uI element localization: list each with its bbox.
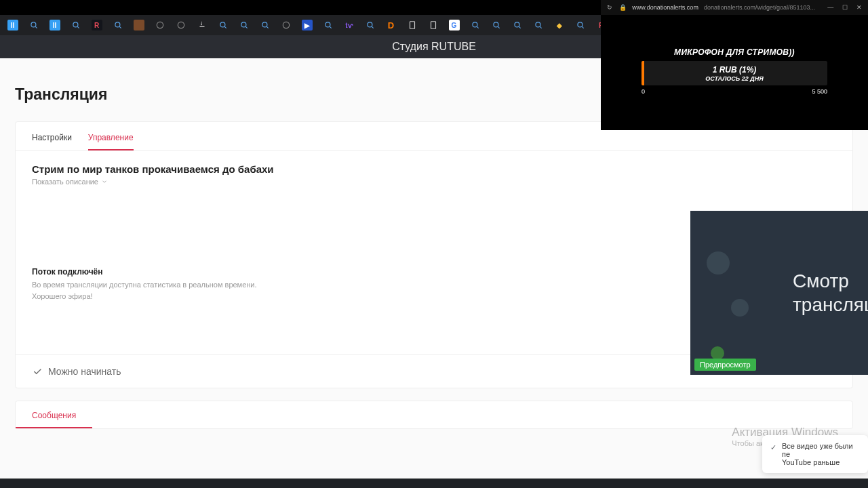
svg-point-7 — [262, 22, 267, 27]
svg-point-8 — [283, 22, 289, 28]
tab-search-11[interactable] — [507, 17, 527, 33]
svg-point-6 — [241, 22, 245, 27]
donation-amount: 1 RUB (1%) — [713, 65, 757, 75]
tab-search-3[interactable] — [108, 17, 127, 33]
tab-search-10[interactable] — [486, 17, 506, 33]
tab-m-1[interactable] — [150, 17, 170, 33]
svg-point-16 — [535, 22, 540, 27]
tab-m-3[interactable] — [276, 17, 296, 33]
svg-point-13 — [472, 22, 477, 27]
tab-flag[interactable] — [129, 17, 149, 33]
tab-search-5[interactable] — [234, 17, 254, 33]
check-icon: ✓ — [770, 443, 776, 466]
svg-point-2 — [115, 22, 119, 27]
donation-max: 5 500 — [812, 88, 827, 95]
svg-point-0 — [31, 22, 35, 27]
tab-search-8[interactable] — [360, 17, 380, 33]
tab-d-orange[interactable]: D — [381, 17, 401, 33]
app-title: Студия RUTUBE — [392, 41, 476, 53]
donation-goal-title: МИКРОФОН ДЛЯ СТРИМОВ)) — [601, 47, 868, 57]
messages-card: Сообщения — [15, 401, 853, 429]
messages-tab[interactable]: Сообщения — [16, 401, 92, 428]
preview-panel: Смотр трансляц Предпросмотр — [690, 211, 868, 375]
tab-search-4[interactable] — [213, 17, 233, 33]
tab-doc-1[interactable] — [402, 17, 422, 33]
check-icon — [32, 366, 43, 377]
svg-point-14 — [493, 22, 498, 27]
popup-tip[interactable]: ✓ Все видео уже были пе YouTube раньше — [762, 435, 868, 473]
chevron-down-icon — [101, 178, 108, 185]
svg-rect-12 — [431, 22, 435, 29]
ready-label: Можно начинать — [48, 366, 121, 377]
svg-point-5 — [220, 22, 224, 27]
donation-host: www.donationalerts.com — [632, 4, 698, 11]
taskbar[interactable] — [0, 479, 868, 488]
tab-download[interactable] — [192, 17, 212, 33]
tab-settings[interactable]: Настройки — [32, 130, 72, 150]
close-button[interactable]: ✕ — [855, 1, 864, 14]
tab-google[interactable]: G — [444, 17, 464, 33]
maximize-button[interactable]: ☐ — [840, 1, 849, 14]
preview-text: Смотр трансляц — [793, 269, 868, 317]
svg-rect-11 — [410, 22, 414, 29]
tab-twitch[interactable]: tⱱ — [339, 17, 359, 33]
refresh-icon[interactable]: ↻ — [605, 1, 614, 14]
svg-point-3 — [157, 22, 163, 28]
stream-title: Стрим по мир танков прокачиваемся до баб… — [32, 163, 836, 175]
donation-days-left: ОСТАЛОСЬ 22 ДНЯ — [705, 75, 764, 82]
svg-point-4 — [178, 22, 184, 28]
tab-search-2[interactable] — [66, 17, 85, 33]
show-description-label: Показать описание — [32, 178, 98, 186]
preview-badge: Предпросмотр — [694, 359, 756, 371]
show-description-toggle[interactable]: Показать описание — [32, 178, 836, 186]
svg-point-17 — [577, 22, 582, 27]
donation-progress-bar: 1 RUB (1%) ОСТАЛОСЬ 22 ДНЯ — [642, 61, 827, 85]
tab-pause-2[interactable]: II — [45, 17, 64, 33]
tab-search-13[interactable] — [570, 17, 590, 33]
tab-search-6[interactable] — [255, 17, 275, 33]
donation-path: donationalerts.com/widget/goal/851103... — [704, 4, 815, 11]
tab-pause-1[interactable]: II — [3, 17, 22, 33]
svg-point-15 — [514, 22, 519, 27]
donation-titlebar: ↻ 🔒 www.donationalerts.com donationalert… — [601, 0, 868, 15]
tab-search-9[interactable] — [465, 17, 485, 33]
svg-point-9 — [325, 22, 330, 27]
tab-m-2[interactable] — [171, 17, 191, 33]
tab-play[interactable]: ▶ — [297, 17, 317, 33]
tab-r-icon[interactable]: R — [87, 17, 106, 33]
lock-icon: 🔒 — [619, 4, 627, 11]
minimize-button[interactable]: — — [826, 1, 835, 14]
svg-point-1 — [73, 22, 77, 27]
tab-search-1[interactable] — [24, 17, 43, 33]
tab-manage[interactable]: Управление — [88, 130, 134, 150]
donation-min: 0 — [642, 88, 645, 95]
tab-search-7[interactable] — [318, 17, 338, 33]
svg-point-10 — [367, 22, 372, 27]
tab-doc-2[interactable] — [423, 17, 443, 33]
tab-diamond[interactable]: ◆ — [549, 17, 569, 33]
donation-widget-window: ↻ 🔒 www.donationalerts.com donationalert… — [601, 0, 868, 130]
tab-search-12[interactable] — [528, 17, 548, 33]
